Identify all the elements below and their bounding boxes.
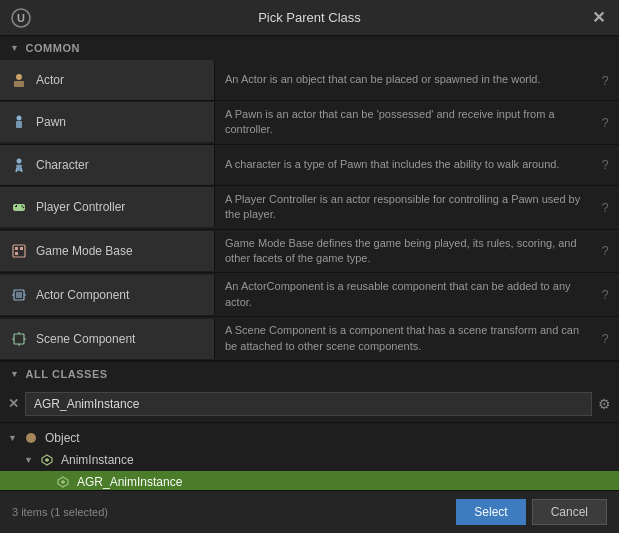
tree-arrow-agr: ▶ — [40, 477, 54, 487]
pawn-button[interactable]: Pawn — [0, 102, 215, 142]
scene-component-description: A Scene Component is a component that ha… — [215, 317, 591, 360]
scene-component-icon — [10, 330, 28, 348]
actor-component-icon — [10, 286, 28, 304]
player-controller-button[interactable]: Player Controller — [0, 187, 215, 227]
class-tree: ▼ Object ▼ AnimInstance ▶ — [0, 423, 619, 490]
action-buttons: Select Cancel — [456, 499, 607, 525]
select-button[interactable]: Select — [456, 499, 525, 525]
svg-rect-3 — [14, 81, 24, 87]
title-bar: U Pick Parent Class ✕ — [0, 0, 619, 36]
actor-component-button[interactable]: Actor Component — [0, 275, 215, 315]
character-button[interactable]: Character — [0, 145, 215, 185]
svg-rect-16 — [20, 247, 23, 250]
svg-marker-29 — [45, 458, 49, 462]
game-mode-label: Game Mode Base — [36, 244, 133, 258]
actor-label: Actor — [36, 73, 64, 87]
game-mode-icon — [10, 242, 28, 260]
actor-component-description: An ActorComponent is a reusable componen… — [215, 273, 591, 316]
actor-help-icon[interactable]: ? — [591, 73, 619, 88]
svg-line-8 — [21, 168, 22, 172]
tree-label-animinstance: AnimInstance — [61, 453, 134, 467]
svg-point-12 — [21, 205, 23, 207]
tree-item-object[interactable]: ▼ Object — [0, 427, 619, 449]
list-item: Actor An Actor is an object that can be … — [0, 60, 619, 101]
svg-point-27 — [26, 433, 36, 443]
svg-marker-31 — [61, 480, 65, 484]
list-item: Player Controller A Player Controller is… — [0, 186, 619, 230]
close-button[interactable]: ✕ — [587, 7, 609, 29]
tree-label-object: Object — [45, 431, 80, 445]
tree-arrow-object: ▼ — [8, 433, 22, 443]
list-item: Pawn A Pawn is an actor that can be 'pos… — [0, 101, 619, 145]
game-mode-help-icon[interactable]: ? — [591, 243, 619, 258]
list-item: Character A character is a type of Pawn … — [0, 145, 619, 186]
player-controller-icon — [10, 198, 28, 216]
common-section-header: ▼ COMMON — [0, 36, 619, 60]
actor-component-label: Actor Component — [36, 288, 129, 302]
pawn-help-icon[interactable]: ? — [591, 115, 619, 130]
pawn-label: Pawn — [36, 115, 66, 129]
svg-rect-5 — [16, 121, 22, 128]
character-icon — [10, 156, 28, 174]
svg-rect-15 — [15, 247, 18, 250]
object-icon — [22, 429, 40, 447]
scene-component-button[interactable]: Scene Component — [0, 319, 215, 359]
actor-component-help-icon[interactable]: ? — [591, 287, 619, 302]
game-mode-description: Game Mode Base defines the game being pl… — [215, 230, 591, 273]
scene-component-label: Scene Component — [36, 332, 135, 346]
svg-rect-11 — [16, 205, 17, 207]
list-item: Scene Component A Scene Component is a c… — [0, 317, 619, 361]
cancel-button[interactable]: Cancel — [532, 499, 607, 525]
common-class-list: Actor An Actor is an object that can be … — [0, 60, 619, 361]
svg-line-7 — [16, 168, 17, 172]
search-clear-button[interactable]: ✕ — [8, 396, 19, 411]
svg-point-6 — [17, 158, 22, 163]
dialog-title: Pick Parent Class — [32, 10, 587, 25]
scene-component-help-icon[interactable]: ? — [591, 331, 619, 346]
common-arrow-icon: ▼ — [10, 43, 19, 53]
all-classes-section: ▼ ALL CLASSES ✕ ⚙ ▼ Object ▼ — [0, 361, 619, 490]
all-classes-header: ▼ ALL CLASSES — [0, 362, 619, 386]
game-mode-button[interactable]: Game Mode Base — [0, 231, 215, 271]
settings-icon[interactable]: ⚙ — [598, 396, 611, 412]
svg-rect-14 — [13, 245, 25, 257]
svg-point-2 — [16, 74, 22, 80]
svg-point-4 — [17, 116, 22, 121]
actor-button[interactable]: Actor — [0, 60, 215, 100]
actor-icon — [10, 71, 28, 89]
player-controller-description: A Player Controller is an actor responsi… — [215, 186, 591, 229]
actor-description: An Actor is an object that can be placed… — [215, 66, 591, 93]
agr-animinstance-icon — [54, 473, 72, 490]
search-input[interactable] — [25, 392, 592, 416]
pawn-icon — [10, 113, 28, 131]
tree-label-agr-animinstance: AGR_AnimInstance — [77, 475, 182, 489]
search-bar: ✕ ⚙ — [0, 386, 619, 423]
list-item: Game Mode Base Game Mode Base defines th… — [0, 230, 619, 274]
character-label: Character — [36, 158, 89, 172]
svg-rect-17 — [15, 252, 18, 255]
svg-point-13 — [23, 207, 25, 209]
character-help-icon[interactable]: ? — [591, 157, 619, 172]
player-controller-help-icon[interactable]: ? — [591, 200, 619, 215]
svg-rect-19 — [16, 292, 22, 298]
pawn-description: A Pawn is an actor that can be 'possesse… — [215, 101, 591, 144]
svg-rect-22 — [14, 334, 24, 344]
tree-item-agr-animinstance[interactable]: ▶ AGR_AnimInstance — [0, 471, 619, 490]
character-description: A character is a type of Pawn that inclu… — [215, 151, 591, 178]
status-text: 3 items (1 selected) — [12, 506, 108, 518]
animinstance-icon — [38, 451, 56, 469]
all-classes-arrow-icon: ▼ — [10, 369, 19, 379]
bottom-bar: 3 items (1 selected) Select Cancel — [0, 490, 619, 533]
app-logo: U — [10, 7, 32, 29]
main-content: ▼ COMMON Actor An Actor is an object tha… — [0, 36, 619, 490]
tree-arrow-animinstance: ▼ — [24, 455, 38, 465]
tree-item-animinstance[interactable]: ▼ AnimInstance — [0, 449, 619, 471]
svg-text:U: U — [17, 12, 25, 24]
player-controller-label: Player Controller — [36, 200, 125, 214]
list-item: Actor Component An ActorComponent is a r… — [0, 273, 619, 317]
